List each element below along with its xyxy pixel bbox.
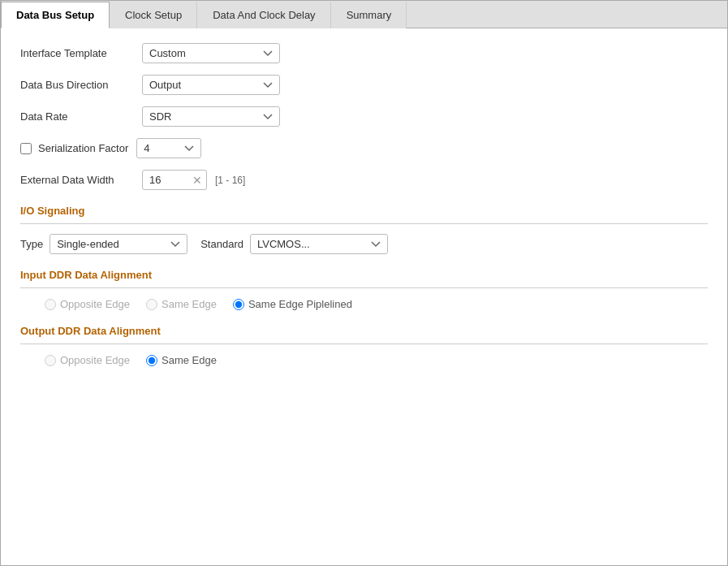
input-same-edge-label: Same Edge [162,298,217,310]
tab-data-bus-setup[interactable]: Data Bus Setup [1,2,110,28]
serialization-factor-select[interactable]: 2 4 6 8 [136,138,201,158]
content-area: Interface Template Custom DDR3 LPDDR2 Da… [1,28,727,565]
io-type-label: Type [20,238,43,250]
data-bus-direction-row: Data Bus Direction Output Input Bidirect… [20,75,708,95]
io-signaling-section: I/O Signaling Type Single-ended Differen… [20,205,708,254]
input-same-edge-pipelined-label: Same Edge Piplelined [248,298,352,310]
io-signaling-title: I/O Signaling [20,205,708,217]
serialization-factor-checkbox[interactable] [20,143,32,154]
input-ddr-radio-row: Opposite Edge Same Edge Same Edge Piplel… [45,298,708,310]
input-opposite-edge-option: Opposite Edge [45,298,130,310]
tab-summary[interactable]: Summary [331,2,407,28]
input-same-edge-pipelined-radio[interactable] [233,299,244,310]
input-opposite-edge-radio[interactable] [45,299,56,310]
external-data-width-row: External Data Width ✕ [1 - 16] [20,170,708,190]
io-type-select[interactable]: Single-ended Differential [50,234,187,254]
input-same-edge-radio[interactable] [146,299,157,310]
output-ddr-title: Output DDR Data Alignment [20,325,708,337]
output-ddr-radio-row: Opposite Edge Same Edge [45,354,708,366]
tab-bar: Data Bus Setup Clock Setup Data And Cloc… [1,1,727,28]
external-data-width-label: External Data Width [20,174,142,186]
io-signaling-divider [20,223,708,224]
input-opposite-edge-label: Opposite Edge [60,298,130,310]
data-bus-direction-label: Data Bus Direction [20,79,142,91]
interface-template-label: Interface Template [20,47,142,59]
interface-template-row: Interface Template Custom DDR3 LPDDR2 [20,43,708,63]
output-same-edge-radio[interactable] [146,355,157,366]
input-same-edge-pipelined-option: Same Edge Piplelined [233,298,352,310]
serialization-factor-label: Serialization Factor [38,142,128,154]
output-opposite-edge-radio[interactable] [45,355,56,366]
output-same-edge-option: Same Edge [146,354,217,366]
output-ddr-section: Output DDR Data Alignment Opposite Edge … [20,325,708,366]
output-opposite-edge-option: Opposite Edge [45,354,130,366]
serialization-factor-row: Serialization Factor 2 4 6 8 [20,138,708,158]
output-same-edge-label: Same Edge [162,354,217,366]
io-signaling-row: Type Single-ended Differential Standard … [20,234,708,254]
input-ddr-title: Input DDR Data Alignment [20,269,708,281]
tab-clock-setup[interactable]: Clock Setup [110,2,197,28]
data-rate-select[interactable]: SDR DDR [142,106,280,127]
output-ddr-divider [20,343,708,344]
io-standard-select[interactable]: LVCMOS... LVTTL HSTL [250,234,388,254]
output-opposite-edge-label: Opposite Edge [60,354,130,366]
tab-data-and-clock-delay[interactable]: Data And Clock Delay [197,2,330,28]
clear-icon[interactable]: ✕ [192,175,202,186]
data-rate-row: Data Rate SDR DDR [20,106,708,127]
external-data-width-range: [1 - 16] [215,175,245,186]
main-window: Data Bus Setup Clock Setup Data And Cloc… [0,0,728,566]
data-bus-direction-select[interactable]: Output Input Bidirectional [142,75,280,95]
input-same-edge-option: Same Edge [146,298,217,310]
input-ddr-divider [20,287,708,288]
input-ddr-section: Input DDR Data Alignment Opposite Edge S… [20,269,708,310]
interface-template-select[interactable]: Custom DDR3 LPDDR2 [142,43,280,63]
io-standard-label: Standard [200,238,243,250]
data-rate-label: Data Rate [20,110,142,123]
external-data-width-input-wrap: ✕ [142,170,207,190]
